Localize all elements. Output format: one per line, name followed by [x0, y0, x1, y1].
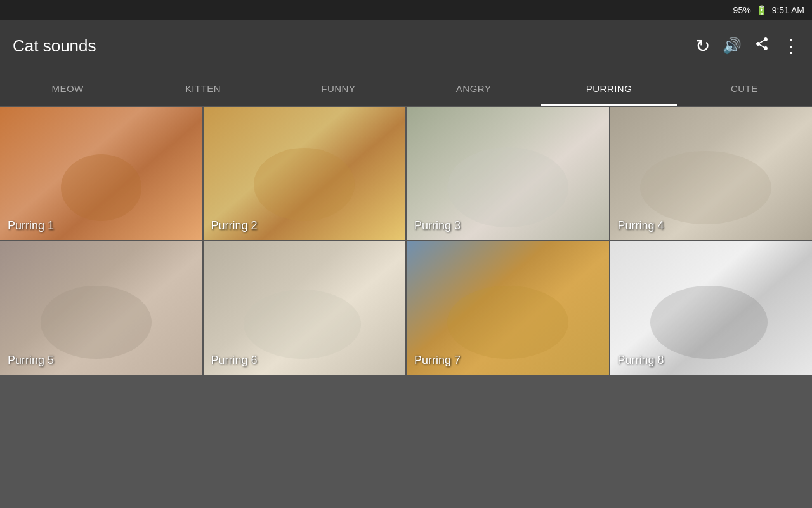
app-bar-actions: ↻ 🔊 ⋮ [695, 36, 799, 57]
tab-meow[interactable]: MEOW [0, 71, 135, 106]
sound-grid: Purring 1 Purring 2 Purring 3 Purring 4 … [0, 107, 812, 375]
grid-item-4-label: Purring 4 [618, 219, 664, 232]
tab-bar: MEOW KITTEN FUNNY ANGRY PURRING CUTE [0, 71, 812, 107]
tab-purring[interactable]: PURRING [541, 71, 676, 106]
share-icon[interactable] [754, 36, 769, 55]
grid-item-4[interactable]: Purring 4 [610, 107, 813, 240]
grid-item-2-label: Purring 2 [211, 219, 258, 232]
tab-funny[interactable]: FUNNY [271, 71, 406, 106]
grid-item-8[interactable]: Purring 8 [610, 241, 813, 375]
status-bar: 95% 🔋 9:51 AM [0, 0, 812, 20]
grid-item-1-label: Purring 1 [8, 219, 54, 232]
tab-cute[interactable]: CUTE [677, 71, 812, 106]
grid-item-1[interactable]: Purring 1 [0, 107, 202, 240]
grid-item-6-label: Purring 6 [211, 354, 258, 367]
tab-angry[interactable]: ANGRY [406, 71, 541, 106]
grid-item-6[interactable]: Purring 6 [204, 241, 406, 375]
grid-item-7-label: Purring 7 [414, 354, 461, 367]
grid-item-3-label: Purring 3 [414, 219, 461, 232]
refresh-icon[interactable]: ↻ [695, 36, 710, 57]
grid-item-2[interactable]: Purring 2 [204, 107, 406, 240]
grid-item-5[interactable]: Purring 5 [0, 241, 202, 375]
tab-kitten[interactable]: KITTEN [135, 71, 270, 106]
app-title: Cat sounds [13, 36, 695, 56]
grid-item-5-label: Purring 5 [8, 354, 54, 367]
grid-item-7[interactable]: Purring 7 [407, 241, 609, 375]
app-bar: Cat sounds ↻ 🔊 ⋮ [0, 20, 812, 71]
battery-icon: 🔋 [756, 5, 767, 15]
volume-icon[interactable]: 🔊 [723, 37, 742, 55]
grid-item-8-label: Purring 8 [618, 354, 664, 367]
time-text: 9:51 AM [772, 5, 804, 15]
battery-text: 95% [733, 5, 751, 15]
more-icon[interactable]: ⋮ [782, 36, 799, 57]
grid-item-3[interactable]: Purring 3 [407, 107, 609, 240]
